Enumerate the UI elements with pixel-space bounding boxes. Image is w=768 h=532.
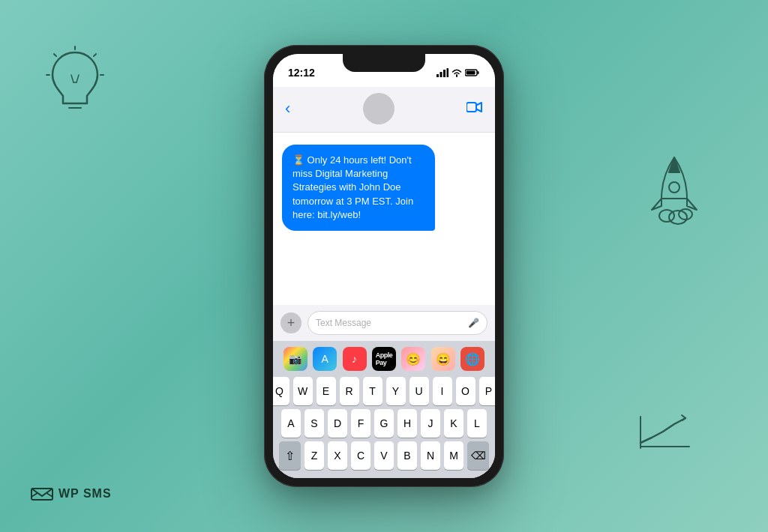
svg-rect-19 bbox=[436, 74, 439, 77]
music-app-icon[interactable]: ♪ bbox=[343, 347, 367, 371]
key-k[interactable]: K bbox=[444, 409, 464, 438]
microphone-icon: 🎤 bbox=[468, 318, 479, 328]
message-bubble: ⏳ Only 24 hours left! Don't miss Digital… bbox=[282, 145, 435, 231]
key-p[interactable]: P bbox=[479, 377, 496, 405]
lightbulb-decoration bbox=[45, 45, 105, 123]
messages-area: ⏳ Only 24 hours left! Don't miss Digital… bbox=[273, 133, 495, 305]
svg-line-8 bbox=[76, 75, 79, 82]
signal-icon bbox=[436, 68, 448, 77]
message-text: ⏳ Only 24 hours left! Don't miss Digital… bbox=[292, 154, 413, 220]
key-h[interactable]: H bbox=[398, 409, 417, 438]
key-a[interactable]: A bbox=[281, 409, 301, 438]
add-attachment-button[interactable]: + bbox=[280, 312, 302, 333]
svg-rect-20 bbox=[440, 72, 442, 77]
phone-mockup: 12:12 bbox=[264, 45, 504, 487]
key-d[interactable]: D bbox=[328, 409, 347, 438]
svg-line-4 bbox=[94, 54, 96, 56]
memoji2-icon[interactable]: 😄 bbox=[431, 347, 455, 371]
brand-name: WP SMS bbox=[58, 487, 112, 501]
svg-rect-21 bbox=[443, 70, 446, 77]
svg-rect-25 bbox=[466, 71, 476, 75]
key-b[interactable]: B bbox=[398, 441, 417, 470]
key-q[interactable]: Q bbox=[273, 377, 290, 405]
key-l[interactable]: L bbox=[467, 409, 487, 438]
key-g[interactable]: G bbox=[374, 409, 394, 438]
back-button[interactable]: ‹ bbox=[285, 100, 290, 117]
key-w[interactable]: W bbox=[293, 377, 313, 405]
svg-rect-24 bbox=[478, 71, 479, 74]
svg-point-13 bbox=[679, 209, 692, 220]
status-icons bbox=[436, 68, 480, 77]
key-x[interactable]: X bbox=[328, 441, 347, 470]
key-o[interactable]: O bbox=[456, 377, 476, 405]
svg-line-17 bbox=[32, 493, 38, 497]
svg-point-12 bbox=[669, 211, 687, 224]
phone-screen: 12:12 bbox=[273, 54, 495, 478]
keyboard-row-2: A S D F G H J K L bbox=[276, 409, 492, 438]
input-bar: + Text Message 🎤 bbox=[273, 305, 495, 341]
key-r[interactable]: R bbox=[340, 377, 359, 405]
key-shift[interactable]: ⇧ bbox=[279, 441, 301, 470]
key-i[interactable]: I bbox=[433, 377, 452, 405]
key-backspace[interactable]: ⌫ bbox=[467, 441, 489, 470]
plus-icon: + bbox=[287, 316, 296, 330]
chart-decoration bbox=[633, 409, 693, 457]
keyboard-row-1: Q W E R T Y U I O P bbox=[276, 377, 492, 405]
key-n[interactable]: N bbox=[421, 441, 440, 470]
keyboard-app-row: 📷 A ♪ ApplePay 😊 😄 🌐 bbox=[276, 347, 492, 371]
wifi-icon bbox=[452, 68, 462, 77]
svg-line-3 bbox=[54, 54, 56, 56]
phone-notch bbox=[343, 54, 425, 72]
svg-point-10 bbox=[669, 182, 680, 193]
battery-icon bbox=[465, 68, 480, 77]
svg-line-7 bbox=[71, 75, 74, 82]
apple-pay-icon[interactable]: ApplePay bbox=[372, 347, 396, 371]
brand-logo: WP SMS bbox=[30, 486, 112, 502]
key-f[interactable]: F bbox=[351, 409, 370, 438]
key-j[interactable]: J bbox=[421, 409, 440, 438]
key-z[interactable]: Z bbox=[304, 441, 324, 470]
memoji1-icon[interactable]: 😊 bbox=[401, 347, 425, 371]
svg-rect-22 bbox=[447, 68, 449, 77]
photos-app-icon[interactable]: 📷 bbox=[284, 347, 308, 371]
messages-header: ‹ bbox=[273, 87, 495, 133]
key-m[interactable]: M bbox=[444, 441, 464, 470]
status-time: 12:12 bbox=[288, 67, 315, 79]
keyboard: 📷 A ♪ ApplePay 😊 😄 🌐 Q W E R T Y U bbox=[273, 341, 495, 478]
message-input[interactable]: Text Message 🎤 bbox=[308, 311, 488, 335]
key-s[interactable]: S bbox=[304, 409, 324, 438]
app-store-icon[interactable]: A bbox=[313, 347, 337, 371]
rocket-decoration bbox=[640, 150, 708, 235]
key-e[interactable]: E bbox=[316, 377, 336, 405]
svg-line-18 bbox=[46, 493, 52, 497]
key-v[interactable]: V bbox=[374, 441, 394, 470]
globe-icon[interactable]: 🌐 bbox=[460, 347, 484, 371]
key-y[interactable]: Y bbox=[386, 377, 406, 405]
keyboard-row-3: ⇧ Z X C V B N M ⌫ bbox=[276, 441, 492, 470]
input-placeholder: Text Message bbox=[316, 318, 371, 328]
contact-avatar bbox=[363, 93, 394, 124]
video-call-button[interactable] bbox=[466, 101, 483, 117]
key-u[interactable]: U bbox=[410, 377, 429, 405]
phone-frame: 12:12 bbox=[264, 45, 504, 487]
svg-point-11 bbox=[659, 210, 674, 222]
key-t[interactable]: T bbox=[363, 377, 382, 405]
svg-rect-26 bbox=[466, 103, 476, 112]
key-c[interactable]: C bbox=[351, 441, 370, 470]
svg-rect-16 bbox=[32, 489, 52, 500]
